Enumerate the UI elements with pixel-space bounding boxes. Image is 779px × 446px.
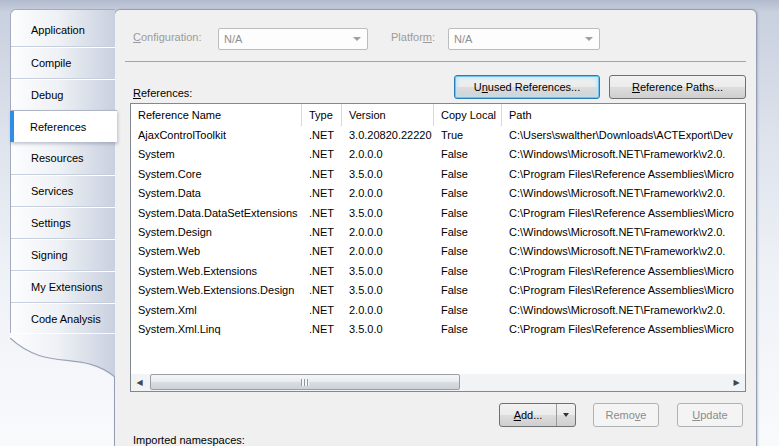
cell-reference-name: System.Web.Extensions.Design [131, 281, 302, 300]
cell-type: .NET [302, 223, 342, 242]
cell-reference-name: System.Core [131, 165, 302, 184]
cell-reference-name: System.Xml.Linq [131, 320, 302, 339]
reference-paths-button[interactable]: Reference Paths... [609, 75, 746, 99]
cell-type: .NET [302, 204, 342, 223]
horizontal-scrollbar[interactable]: ◀ ▶ [131, 374, 745, 391]
cell-type: .NET [302, 145, 342, 164]
configuration-combobox[interactable]: N/A [218, 28, 368, 50]
sidebar-tab-debug[interactable]: Debug [11, 78, 115, 110]
sidebar-tab-label: Application [31, 24, 85, 36]
cell-copy-local: False [434, 204, 502, 223]
scroll-right-arrow-icon[interactable]: ▶ [728, 374, 745, 391]
cell-reference-name: AjaxControlToolkit [131, 126, 302, 145]
cell-path: C:\Program Files\Reference Assemblies\Mi… [502, 281, 745, 300]
cell-path: C:\Program Files\Reference Assemblies\Mi… [502, 320, 745, 339]
scrollbar-thumb[interactable] [150, 374, 460, 390]
vs-project-designer: { "sidebar": { "tabs": [ {"label": "Appl… [0, 0, 779, 446]
cell-path: C:\Windows\Microsoft.NET\Framework\v2.0. [502, 242, 745, 261]
scrollbar-grip-icon [301, 379, 309, 386]
platform-label: Platform: [391, 31, 435, 43]
column-header-reference-name[interactable]: Reference Name [131, 104, 302, 126]
cell-copy-local: False [434, 165, 502, 184]
cell-copy-local: False [434, 145, 502, 164]
reference-table-row[interactable]: System.Xml .NET 2.0.0.0 False C:\Windows… [131, 301, 745, 320]
cell-version: 3.5.0.0 [342, 320, 434, 339]
platform-combobox[interactable]: N/A [448, 28, 600, 50]
cell-type: .NET [302, 242, 342, 261]
cell-reference-name: System.Data [131, 184, 302, 203]
sidebar: Application Compile Debug References Res… [10, 9, 115, 381]
cell-copy-local: False [434, 301, 502, 320]
cell-reference-name: System.Web.Extensions [131, 262, 302, 281]
cell-reference-name: System.Data.DataSetExtensions [131, 204, 302, 223]
sidebar-tab-services[interactable]: Services [11, 174, 115, 206]
configuration-value: N/A [224, 33, 242, 45]
sidebar-tab-signing[interactable]: Signing [11, 238, 115, 270]
cell-version: 3.5.0.0 [342, 281, 434, 300]
cell-path: C:\Windows\Microsoft.NET\Framework\v2.0. [502, 223, 745, 242]
add-button[interactable]: Add... [500, 404, 556, 426]
reference-table-row[interactable]: System .NET 2.0.0.0 False C:\Windows\Mic… [131, 145, 745, 164]
cell-version: 2.0.0.0 [342, 301, 434, 320]
cell-reference-name: System.Web [131, 242, 302, 261]
sidebar-tab-label: Services [31, 185, 73, 197]
cell-type: .NET [302, 184, 342, 203]
chevron-down-icon [585, 37, 593, 41]
sidebar-tab-label: Compile [31, 57, 71, 69]
cell-type: .NET [302, 301, 342, 320]
cell-version: 3.5.0.0 [342, 165, 434, 184]
cell-version: 2.0.0.0 [342, 145, 434, 164]
cell-path: C:\Program Files\Reference Assemblies\Mi… [502, 262, 745, 281]
unused-references-button[interactable]: Unused References... [454, 75, 600, 99]
reference-table-row[interactable]: System.Web.Extensions.Design .NET 3.5.0.… [131, 281, 745, 300]
sidebar-tab-compile[interactable]: Compile [11, 46, 115, 78]
scroll-left-arrow-icon[interactable]: ◀ [131, 374, 148, 391]
column-header-type[interactable]: Type [302, 104, 342, 126]
reference-table-row[interactable]: System.Xml.Linq .NET 3.5.0.0 False C:\Pr… [131, 320, 745, 339]
cell-version: 3.0.20820.22220 [342, 126, 434, 145]
cell-path: C:\Program Files\Reference Assemblies\Mi… [502, 165, 745, 184]
cell-version: 3.5.0.0 [342, 204, 434, 223]
imported-namespaces-label: Imported namespaces: [133, 434, 245, 446]
reference-table-row[interactable]: System.Web .NET 2.0.0.0 False C:\Windows… [131, 242, 745, 261]
cell-type: .NET [302, 165, 342, 184]
scrollbar-track[interactable] [148, 374, 728, 391]
remove-button[interactable]: Remove [593, 403, 659, 427]
cell-copy-local: False [434, 262, 502, 281]
section-separator [125, 61, 746, 62]
add-reference-split-button[interactable]: Add... [499, 403, 576, 427]
sidebar-tab-references[interactable]: References [10, 110, 117, 142]
sidebar-tab-label: Settings [31, 217, 71, 229]
add-dropdown-button[interactable] [556, 404, 575, 426]
reference-table-row[interactable]: System.Design .NET 2.0.0.0 False C:\Wind… [131, 223, 745, 242]
sidebar-tab-resources[interactable]: Resources [11, 142, 115, 174]
cell-path: C:\Program Files\Reference Assemblies\Mi… [502, 204, 745, 223]
sidebar-tab-application[interactable]: Application [11, 14, 115, 46]
cell-copy-local: True [434, 126, 502, 145]
reference-table-row[interactable]: System.Core .NET 3.5.0.0 False C:\Progra… [131, 165, 745, 184]
sidebar-tab-label: My Extensions [31, 281, 103, 293]
reference-table-row[interactable]: System.Web.Extensions .NET 3.5.0.0 False… [131, 262, 745, 281]
cell-version: 2.0.0.0 [342, 242, 434, 261]
reference-table-row[interactable]: System.Data.DataSetExtensions .NET 3.5.0… [131, 204, 745, 223]
column-header-version[interactable]: Version [342, 104, 434, 126]
sidebar-tab-label: References [30, 121, 86, 133]
column-header-copy-local[interactable]: Copy Local [434, 104, 502, 126]
reference-table-row[interactable]: System.Data .NET 2.0.0.0 False C:\Window… [131, 184, 745, 203]
reference-table-row[interactable]: AjaxControlToolkit .NET 3.0.20820.22220 … [131, 126, 745, 145]
update-button[interactable]: Update [677, 403, 743, 427]
cell-copy-local: False [434, 320, 502, 339]
sidebar-tab-label: Code Analysis [31, 313, 101, 325]
cell-path: C:\Windows\Microsoft.NET\Framework\v2.0. [502, 301, 745, 320]
sidebar-tab-my-extensions[interactable]: My Extensions [11, 270, 115, 302]
cell-path: C:\Users\swalther\Downloads\ACTExport\De… [502, 126, 745, 145]
platform-value: N/A [454, 33, 472, 45]
configuration-label: Configuration: [133, 31, 202, 43]
cell-type: .NET [302, 320, 342, 339]
cell-copy-local: False [434, 281, 502, 300]
sidebar-tab-settings[interactable]: Settings [11, 206, 115, 238]
sidebar-tab-code-analysis[interactable]: Code Analysis [11, 302, 115, 334]
sidebar-tab-label: Debug [31, 89, 63, 101]
chevron-down-icon [353, 37, 361, 41]
column-header-path[interactable]: Path [502, 104, 745, 126]
